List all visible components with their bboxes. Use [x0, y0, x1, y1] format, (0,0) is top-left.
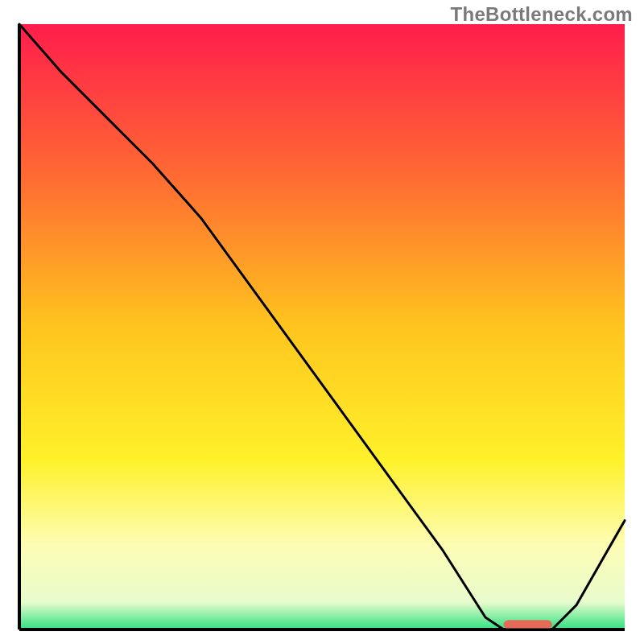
gradient-background [19, 24, 625, 630]
chart-stage: TheBottleneck.com [0, 0, 644, 644]
optimum-marker [504, 620, 552, 629]
plot-area [18, 23, 626, 631]
chart-svg [18, 23, 626, 631]
